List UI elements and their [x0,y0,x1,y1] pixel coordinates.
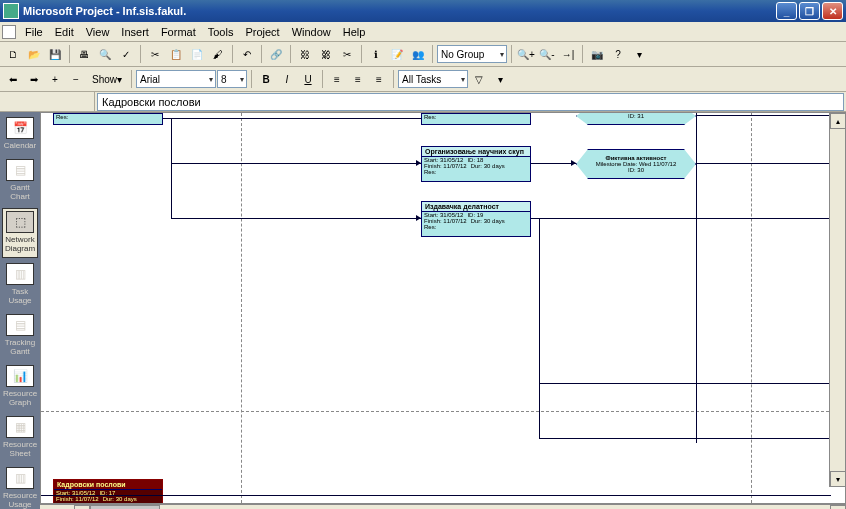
node-res: Res: [56,114,68,120]
menu-file[interactable]: File [19,24,49,40]
scroll-down-button[interactable]: ▾ [830,471,846,487]
zoom-out-button[interactable]: 🔍- [537,44,557,64]
menu-insert[interactable]: Insert [115,24,155,40]
font-combo[interactable]: Arial [136,70,216,88]
entry-text[interactable]: Кадровски послови [97,93,844,111]
view-label: Network Diagram [5,235,35,253]
hide-sub-button[interactable]: − [66,69,86,89]
italic-button[interactable]: I [277,69,297,89]
arrow-icon [416,160,421,166]
indent-button[interactable]: ➡ [24,69,44,89]
open-button[interactable]: 📂 [24,44,44,64]
link-button[interactable]: ⛓ [295,44,315,64]
new-button[interactable]: 🗋 [3,44,23,64]
node-title: Издавачка делатност [422,202,530,212]
format-painter-button[interactable]: 🖌 [208,44,228,64]
undo-button[interactable]: ↶ [237,44,257,64]
cut-button[interactable]: ✂ [145,44,165,64]
more-button[interactable]: ▾ [629,44,649,64]
group-combo[interactable]: No Group [437,45,507,63]
show-label: Show [92,74,117,85]
note-button[interactable]: 📝 [387,44,407,64]
view-network[interactable]: ⬚Network Diagram [2,208,38,258]
menu-help[interactable]: Help [337,24,372,40]
task-node-hr-selected[interactable]: Кадровски послови Start: 31/05/12ID: 17 … [53,479,163,504]
milestone-id: ID: 30 [628,167,644,173]
connector [171,218,421,219]
scroll-track[interactable] [90,505,830,509]
resusage-icon: ▥ [6,467,34,489]
unlink-button[interactable]: ⛓̸ [316,44,336,64]
connector [531,163,576,164]
info-button[interactable]: ℹ [366,44,386,64]
save-button[interactable]: 💾 [45,44,65,64]
view-label: Resource Usage [3,491,37,509]
task-node-partial[interactable]: Res: [421,113,531,125]
split-button[interactable]: ✂ [337,44,357,64]
horizontal-scrollbar[interactable]: ◂ ▸ [40,504,846,509]
close-button[interactable]: ✕ [822,2,843,20]
menu-edit[interactable]: Edit [49,24,80,40]
zoom-in-button[interactable]: 🔍+ [516,44,536,64]
resgraph-icon: 📊 [6,365,34,387]
view-resgraph[interactable]: 📊Resource Graph [2,363,38,411]
menu-tools[interactable]: Tools [202,24,240,40]
vertical-scrollbar[interactable]: ▴ ▾ [829,113,845,487]
view-tracking[interactable]: ▤Tracking Gantt [2,312,38,360]
task-node-publishing[interactable]: Издавачка делатност Start: 31/05/12ID: 1… [421,201,531,237]
menu-window[interactable]: Window [286,24,337,40]
page-guide [751,113,752,503]
network-canvas[interactable]: Res: Res: ID: 31 Организовање научних ск… [40,112,846,504]
paste-button[interactable]: 📄 [187,44,207,64]
milestone-node-partial[interactable]: ID: 31 [576,112,696,125]
maximize-button[interactable]: ❐ [799,2,820,20]
connector [171,163,421,164]
scroll-left-button[interactable]: ◂ [74,505,90,509]
autofilter-button[interactable]: ▽ [469,69,489,89]
separator [511,45,512,63]
document-icon[interactable] [2,25,16,39]
scroll-right-button[interactable]: ▸ [830,505,846,509]
menu-bar: File Edit View Insert Format Tools Proje… [0,22,846,42]
view-taskusage[interactable]: ▥Task Usage [2,261,38,309]
hyperlink-button[interactable]: 🔗 [266,44,286,64]
underline-button[interactable]: U [298,69,318,89]
font-value: Arial [140,74,160,85]
node-res: Res: [424,114,436,120]
filter-combo[interactable]: All Tasks [398,70,468,88]
assign-button[interactable]: 👥 [408,44,428,64]
print-button[interactable]: 🖶 [74,44,94,64]
task-node-organizing[interactable]: Организовање научних скуп Start: 31/05/1… [421,146,531,182]
view-resusage[interactable]: ▥Resource Usage [2,465,38,509]
size-combo[interactable]: 8 [217,70,247,88]
scroll-up-button[interactable]: ▴ [830,113,846,129]
goto-button[interactable]: →| [558,44,578,64]
show-button[interactable]: Show▾ [87,69,127,89]
menu-format[interactable]: Format [155,24,202,40]
menu-project[interactable]: Project [239,24,285,40]
copy-button[interactable]: 📋 [166,44,186,64]
align-left-button[interactable]: ≡ [327,69,347,89]
align-center-button[interactable]: ≡ [348,69,368,89]
separator [432,45,433,63]
menu-view[interactable]: View [80,24,116,40]
show-sub-button[interactable]: + [45,69,65,89]
outdent-button[interactable]: ⬅ [3,69,23,89]
more2-button[interactable]: ▾ [490,69,510,89]
align-right-button[interactable]: ≡ [369,69,389,89]
view-gantt[interactable]: ▤Gantt Chart [2,157,38,205]
minimize-button[interactable]: _ [776,2,797,20]
bold-button[interactable]: B [256,69,276,89]
view-ressheet[interactable]: ▦Resource Sheet [2,414,38,462]
separator [131,70,132,88]
scroll-track[interactable] [830,129,845,471]
view-label: Resource Sheet [3,440,37,458]
copy-picture-button[interactable]: 📷 [587,44,607,64]
milestone-node-fictive[interactable]: Фиктивна активност Milestone Date: Wed 1… [576,149,696,179]
help-button[interactable]: ? [608,44,628,64]
view-calendar[interactable]: 📅Calendar [2,115,38,154]
task-node-partial[interactable]: Res: [53,113,163,125]
preview-button[interactable]: 🔍 [95,44,115,64]
spell-button[interactable]: ✓ [116,44,136,64]
scroll-thumb[interactable] [90,505,160,509]
